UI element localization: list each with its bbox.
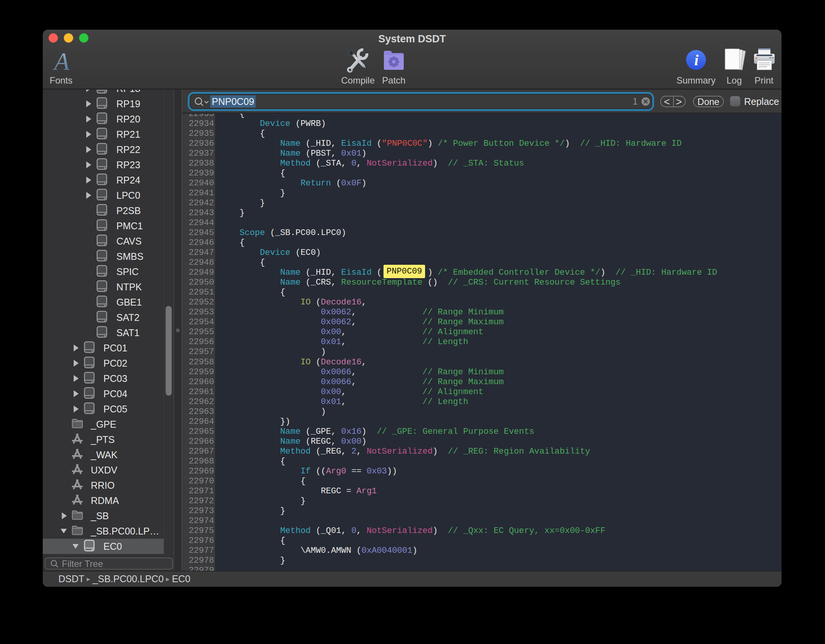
svg-text:i: i [694,52,698,69]
